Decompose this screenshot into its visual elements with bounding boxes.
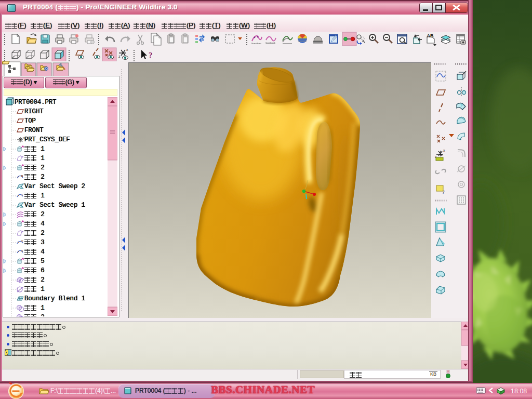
svg-text:z: z	[118, 55, 121, 58]
svg-text:AB: AB	[427, 33, 434, 38]
svg-text:x: x	[443, 149, 445, 152]
svg-text:18:08: 18:08	[511, 388, 527, 395]
svg-text:7: 7	[442, 190, 445, 195]
svg-text:?: ?	[149, 51, 153, 59]
svg-text:x: x	[126, 48, 128, 51]
